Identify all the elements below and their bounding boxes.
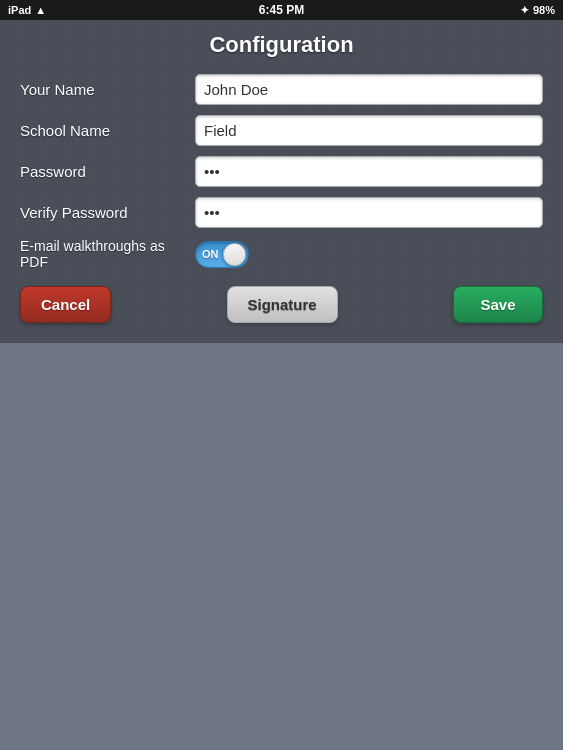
status-left: iPad ▲ <box>8 4 46 16</box>
bluetooth-icon: ✦ <box>520 4 529 17</box>
label-verify-password: Verify Password <box>20 204 195 221</box>
signature-button[interactable]: Signature <box>227 286 338 323</box>
input-password[interactable] <box>195 156 543 187</box>
status-bar: iPad ▲ 6:45 PM ✦ 98% <box>0 0 563 20</box>
label-email-toggle: E-mail walkthroughs as PDF <box>20 238 195 270</box>
label-school: School Name <box>20 122 195 139</box>
toggle-row-email: E-mail walkthroughs as PDF ON <box>20 238 543 270</box>
buttons-row: Cancel Signature Save <box>0 274 563 327</box>
config-panel: Configuration Your Name School Name Pass… <box>0 20 563 343</box>
form-row-school: School Name <box>20 115 543 146</box>
battery-label: 98% <box>533 4 555 16</box>
form-row-password: Password <box>20 156 543 187</box>
input-name[interactable] <box>195 74 543 105</box>
toggle-track: ON <box>195 241 249 268</box>
input-school[interactable] <box>195 115 543 146</box>
ipad-label: iPad <box>8 4 31 16</box>
status-right: ✦ 98% <box>520 4 555 17</box>
form-section: Your Name School Name Password Verify Pa… <box>0 74 563 270</box>
form-row-name: Your Name <box>20 74 543 105</box>
toggle-thumb <box>223 243 246 266</box>
input-verify-password[interactable] <box>195 197 543 228</box>
save-button[interactable]: Save <box>453 286 543 323</box>
toggle-on-label: ON <box>202 248 219 260</box>
wifi-icon: ▲ <box>35 4 46 16</box>
label-password: Password <box>20 163 195 180</box>
page-title: Configuration <box>0 20 563 74</box>
email-toggle[interactable]: ON <box>195 241 249 268</box>
form-row-verify-password: Verify Password <box>20 197 543 228</box>
label-name: Your Name <box>20 81 195 98</box>
status-time: 6:45 PM <box>259 3 304 17</box>
cancel-button[interactable]: Cancel <box>20 286 111 323</box>
canvas-area <box>0 343 563 750</box>
